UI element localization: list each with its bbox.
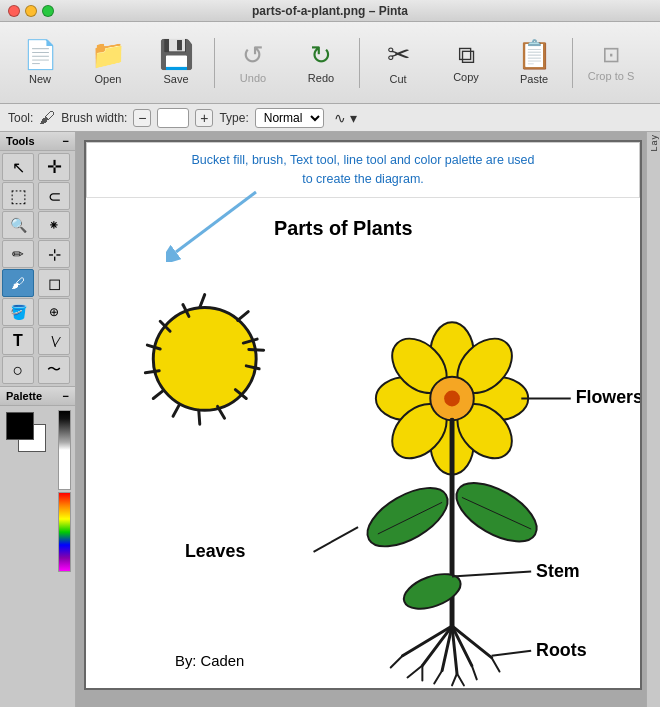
drawing-area: Parts of Plants bbox=[86, 198, 640, 688]
svg-text:Parts of Plants: Parts of Plants bbox=[274, 217, 412, 239]
paste-label: Paste bbox=[520, 73, 548, 85]
tool-arrow[interactable]: ↖ bbox=[2, 153, 34, 181]
separator-1 bbox=[214, 38, 215, 88]
svg-point-33 bbox=[447, 471, 546, 553]
svg-text:By: Caden: By: Caden bbox=[175, 652, 244, 668]
cut-icon: ✂ bbox=[387, 41, 410, 69]
current-tool-icon: 🖌 bbox=[39, 109, 55, 127]
cut-button[interactable]: ✂ Cut bbox=[366, 28, 430, 98]
layers-label: Lay bbox=[649, 134, 659, 152]
type-label: Type: bbox=[219, 111, 248, 125]
svg-line-13 bbox=[153, 390, 163, 398]
tool-eraser[interactable]: ◻ bbox=[38, 269, 70, 297]
path-icon: ∿ ▾ bbox=[334, 110, 357, 126]
annotation-text: Bucket fill, brush, Text tool, line tool… bbox=[99, 151, 627, 189]
tool-zoom[interactable]: 🔍 bbox=[2, 211, 34, 239]
maximize-button[interactable] bbox=[42, 5, 54, 17]
palette-label: Palette bbox=[6, 390, 42, 402]
redo-icon: ↻ bbox=[310, 42, 332, 68]
separator-2 bbox=[359, 38, 360, 88]
svg-text:Leaves: Leaves bbox=[185, 540, 245, 560]
open-button[interactable]: 📁 Open bbox=[76, 28, 140, 98]
svg-line-49 bbox=[391, 655, 403, 667]
main-toolbar: 📄 New 📁 Open 💾 Save ↺ Undo ↻ Redo ✂ Cut … bbox=[0, 22, 660, 104]
palette-header: Palette − bbox=[0, 386, 75, 406]
svg-line-11 bbox=[199, 410, 200, 424]
main-area: Tools − ↖ ✛ ⬚ ⊂ 🔍 ⁕ ✏ ⊹ 🖌 ◻ 🪣 ⊕ T ∖∕ ○ 〜… bbox=[0, 132, 660, 707]
svg-line-4 bbox=[200, 294, 205, 307]
svg-line-46 bbox=[457, 673, 464, 685]
tool-bucket[interactable]: 🪣 bbox=[2, 298, 34, 326]
tool-options-bar: Tool: 🖌 Brush width: − 2 + Type: Normal … bbox=[0, 104, 660, 132]
tool-text[interactable]: T bbox=[2, 327, 34, 355]
brush-width-input[interactable]: 2 bbox=[157, 108, 189, 128]
color-swatches bbox=[4, 410, 56, 462]
brush-width-increase[interactable]: + bbox=[195, 109, 213, 127]
tool-colorpicker[interactable]: ⊕ bbox=[38, 298, 70, 326]
tool-select-rect[interactable]: ⬚ bbox=[2, 182, 34, 210]
svg-line-41 bbox=[403, 626, 452, 656]
svg-line-40 bbox=[452, 626, 492, 658]
redo-button[interactable]: ↻ Redo bbox=[289, 28, 353, 98]
tools-panel: Tools − ↖ ✛ ⬚ ⊂ 🔍 ⁕ ✏ ⊹ 🖌 ◻ 🪣 ⊕ T ∖∕ ○ 〜… bbox=[0, 132, 76, 707]
tool-magic-wand[interactable]: ⁕ bbox=[38, 211, 70, 239]
tool-label: Tool: bbox=[8, 111, 33, 125]
brush-width-decrease[interactable]: − bbox=[133, 109, 151, 127]
save-icon: 💾 bbox=[159, 41, 194, 69]
palette-gradients bbox=[58, 410, 71, 572]
grey-gradient[interactable] bbox=[58, 410, 71, 490]
svg-text:Roots: Roots bbox=[536, 639, 587, 659]
svg-line-51 bbox=[314, 527, 359, 552]
save-button[interactable]: 💾 Save bbox=[144, 28, 208, 98]
new-icon: 📄 bbox=[23, 41, 58, 69]
svg-line-47 bbox=[472, 665, 477, 679]
redo-label: Redo bbox=[308, 72, 334, 84]
tools-collapse[interactable]: − bbox=[63, 135, 69, 147]
undo-label: Undo bbox=[240, 72, 266, 84]
crop-label: Crop to S bbox=[588, 70, 634, 82]
paste-icon: 📋 bbox=[517, 41, 552, 69]
new-button[interactable]: 📄 New bbox=[8, 28, 72, 98]
tool-pan[interactable]: ✛ bbox=[38, 153, 70, 181]
palette-collapse[interactable]: − bbox=[63, 390, 69, 402]
tool-brush[interactable]: 🖌 bbox=[2, 269, 34, 297]
svg-line-45 bbox=[452, 673, 457, 685]
color-gradient[interactable] bbox=[58, 492, 71, 572]
tool-move[interactable]: ⊹ bbox=[38, 240, 70, 268]
open-icon: 📁 bbox=[91, 41, 126, 69]
annotation-box: Bucket fill, brush, Text tool, line tool… bbox=[86, 142, 640, 198]
svg-line-48 bbox=[492, 657, 500, 671]
tool-freeform[interactable]: 〜 bbox=[38, 356, 70, 384]
type-select[interactable]: Normal Eraser Clone bbox=[255, 108, 324, 128]
svg-text:Stem: Stem bbox=[536, 560, 580, 580]
tool-shapes[interactable]: ∖∕ bbox=[38, 327, 70, 355]
cut-label: Cut bbox=[389, 73, 406, 85]
undo-button[interactable]: ↺ Undo bbox=[221, 28, 285, 98]
crop-button[interactable]: ⊡ Crop to S bbox=[579, 28, 643, 98]
svg-line-53 bbox=[492, 650, 532, 655]
tools-header-label: Tools bbox=[6, 135, 35, 147]
foreground-color-swatch[interactable] bbox=[6, 412, 34, 440]
window-controls[interactable] bbox=[8, 5, 54, 17]
canvas-container: Bucket fill, brush, Text tool, line tool… bbox=[84, 140, 642, 690]
open-label: Open bbox=[95, 73, 122, 85]
svg-line-5 bbox=[238, 309, 249, 323]
tool-ellipse[interactable]: ○ bbox=[2, 356, 34, 384]
svg-line-12 bbox=[173, 405, 179, 416]
palette-main bbox=[0, 406, 75, 576]
svg-point-29 bbox=[444, 390, 460, 406]
canvas-area[interactable]: Bucket fill, brush, Text tool, line tool… bbox=[76, 132, 646, 707]
svg-text:Flowers: Flowers bbox=[576, 387, 640, 407]
minimize-button[interactable] bbox=[25, 5, 37, 17]
paste-button[interactable]: 📋 Paste bbox=[502, 28, 566, 98]
tool-pencil[interactable]: ✏ bbox=[2, 240, 34, 268]
new-label: New bbox=[29, 73, 51, 85]
tool-select-lasso[interactable]: ⊂ bbox=[38, 182, 70, 210]
svg-point-35 bbox=[399, 567, 465, 615]
brush-width-label: Brush width: bbox=[61, 111, 127, 125]
close-button[interactable] bbox=[8, 5, 20, 17]
copy-label: Copy bbox=[453, 71, 479, 83]
plant-svg: Parts of Plants bbox=[86, 198, 640, 688]
svg-point-31 bbox=[358, 476, 457, 558]
copy-button[interactable]: ⧉ Copy bbox=[434, 28, 498, 98]
